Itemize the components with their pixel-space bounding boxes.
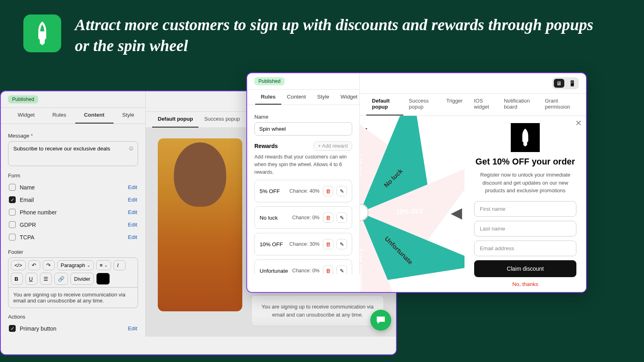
tab-widget[interactable]: Widget <box>9 108 43 123</box>
tab-content[interactable]: Content <box>281 90 312 105</box>
close-icon[interactable]: ✕ <box>575 118 582 128</box>
status-badge: Published <box>8 95 38 103</box>
edit-icon[interactable]: ✎ <box>336 265 347 274</box>
name-input[interactable] <box>254 122 352 136</box>
divider-button[interactable]: Divider <box>70 273 94 285</box>
delete-icon[interactable]: 🗑 <box>323 239 333 249</box>
add-reward-button[interactable]: + Add reward <box>314 141 352 151</box>
actions-section-label: Actions <box>8 314 138 320</box>
tab-rules[interactable]: Rules <box>43 108 75 123</box>
chat-icon[interactable] <box>370 310 391 331</box>
edit-link[interactable]: Edit <box>128 222 137 228</box>
wheel-pointer-icon <box>451 208 462 220</box>
link-icon[interactable]: 🔗 <box>54 273 68 285</box>
preview-tab-default[interactable]: Default popup <box>152 112 198 128</box>
checkbox-icon[interactable] <box>9 221 16 228</box>
align-icon[interactable]: ≡ ⌄ <box>96 260 111 270</box>
reward-row: No luckChance: 0%🗑✎ <box>254 206 352 229</box>
reward-chance: Chance: 0% <box>292 268 320 274</box>
editor-tabs: Rules Content Style Widget <box>247 90 359 105</box>
reward-name: 10% OFF <box>260 241 283 247</box>
preview-tab-success[interactable]: Success popup <box>198 112 246 128</box>
preview-tab-ios[interactable]: IOS widget <box>468 94 498 115</box>
edit-icon[interactable]: ✎ <box>336 239 347 249</box>
checkbox-icon[interactable]: ✓ <box>9 196 16 203</box>
edit-icon[interactable]: ✎ <box>336 186 347 196</box>
tab-style[interactable]: Style <box>312 90 335 105</box>
tab-content[interactable]: Content <box>75 108 114 123</box>
delete-icon[interactable]: 🗑 <box>323 265 333 274</box>
edit-icon[interactable]: ✎ <box>336 212 347 223</box>
popup-body: Register now to unlock your immediate di… <box>479 171 572 195</box>
email-input[interactable]: Email address <box>474 241 576 256</box>
list-icon[interactable]: ☰ <box>40 273 52 285</box>
reward-chance: Chance: 30% <box>289 241 320 247</box>
undo-icon[interactable]: ↶ <box>28 260 40 270</box>
mobile-icon[interactable]: 📱 <box>567 79 577 88</box>
preview-tab-grant[interactable]: Grant permission <box>539 94 580 115</box>
reward-name: No luck <box>260 215 278 221</box>
checkbox-icon[interactable] <box>9 234 16 241</box>
preview-tab-notification[interactable]: Notification board <box>498 94 539 115</box>
footer-section-label: Footer <box>8 249 138 255</box>
rewards-label: Rewards <box>254 143 278 149</box>
form-field-email[interactable]: ✓Email <box>9 196 34 203</box>
reward-chance: Chance: 0% <box>292 215 320 220</box>
redo-icon[interactable]: ↷ <box>43 260 55 270</box>
preview-tab-default[interactable]: Default popup <box>366 94 403 115</box>
reward-chance: Chance: 40% <box>289 188 320 194</box>
status-badge: Published <box>254 77 285 85</box>
reward-name: Unfortunate <box>260 268 288 274</box>
delete-icon[interactable]: 🗑 <box>323 212 333 223</box>
wheel-slice-label: 5% OFF <box>360 152 363 176</box>
rewards-description: Add rewards that your customers can win … <box>254 153 352 176</box>
preview-tab-success[interactable]: Success popup <box>403 94 441 115</box>
checkbox-icon[interactable] <box>9 209 16 216</box>
name-label: Name <box>254 114 352 120</box>
edit-link[interactable]: Edit <box>128 325 137 331</box>
color-swatch[interactable] <box>96 273 110 285</box>
reward-row: UnfortunateChance: 0%🗑✎ <box>254 259 352 274</box>
message-label: Message <box>8 133 29 139</box>
editor-tabs: Widget Rules Content Style <box>1 108 145 124</box>
checkbox-icon[interactable] <box>9 184 16 191</box>
emoji-icon[interactable]: ☺ <box>128 145 134 152</box>
desktop-icon[interactable]: 🖥 <box>554 79 564 88</box>
decline-link[interactable]: No, thanks <box>474 281 576 287</box>
reward-row: 5% OFFChance: 40%🗑✎ <box>254 180 352 202</box>
tab-style[interactable]: Style <box>114 108 143 123</box>
action-primary button[interactable]: ✓Primary button <box>9 325 56 332</box>
reward-name: 5% OFF <box>260 188 280 194</box>
message-textarea[interactable]: Subscribe to receive our exclusive deals… <box>8 141 138 166</box>
edit-link[interactable]: Edit <box>128 184 137 190</box>
underline-icon[interactable]: U <box>25 273 37 285</box>
edit-link[interactable]: Edit <box>128 197 137 203</box>
preview-tab-trigger[interactable]: Trigger <box>441 94 469 115</box>
spinwheel-editor-panel: Published Rules Content Style Widget Nam… <box>246 72 587 293</box>
claim-button[interactable]: Claim discount <box>474 260 576 277</box>
form-field-name[interactable]: Name <box>9 184 35 191</box>
paragraph-select[interactable]: Paragraph ⌄ <box>57 260 94 270</box>
tab-widget[interactable]: Widget <box>335 90 363 105</box>
hero-tagline: Attract more customers to sign up with d… <box>75 14 598 56</box>
edit-link[interactable]: Edit <box>128 234 137 240</box>
footer-text-editor[interactable]: You are signing up to receive communicat… <box>8 288 138 308</box>
app-logo <box>23 14 61 52</box>
first-name-input[interactable]: First name <box>474 201 576 217</box>
italic-icon[interactable]: I <box>114 260 126 270</box>
form-field-phone number[interactable]: Phone number <box>9 209 57 216</box>
bold-icon[interactable]: B <box>11 273 23 285</box>
edit-link[interactable]: Edit <box>128 209 137 215</box>
form-field-tcpa[interactable]: TCPA <box>9 234 34 241</box>
spin-wheel: Unlucky! Unlucky! 5% OFFNo luck10% OFFUn… <box>360 116 464 293</box>
device-toggle[interactable]: 🖥 📱 <box>552 77 579 89</box>
checkbox-icon[interactable]: ✓ <box>9 325 16 332</box>
reward-row: 10% OFFChance: 30%🗑✎ <box>254 233 352 255</box>
form-field-gdpr[interactable]: GDPR <box>9 221 36 228</box>
wheel-slice-label: 10% OFF <box>396 208 423 216</box>
product-image <box>158 138 242 311</box>
delete-icon[interactable]: 🗑 <box>323 186 333 196</box>
last-name-input[interactable]: Last name <box>474 221 576 237</box>
tab-rules[interactable]: Rules <box>255 90 281 105</box>
code-icon[interactable]: </> <box>11 260 26 270</box>
